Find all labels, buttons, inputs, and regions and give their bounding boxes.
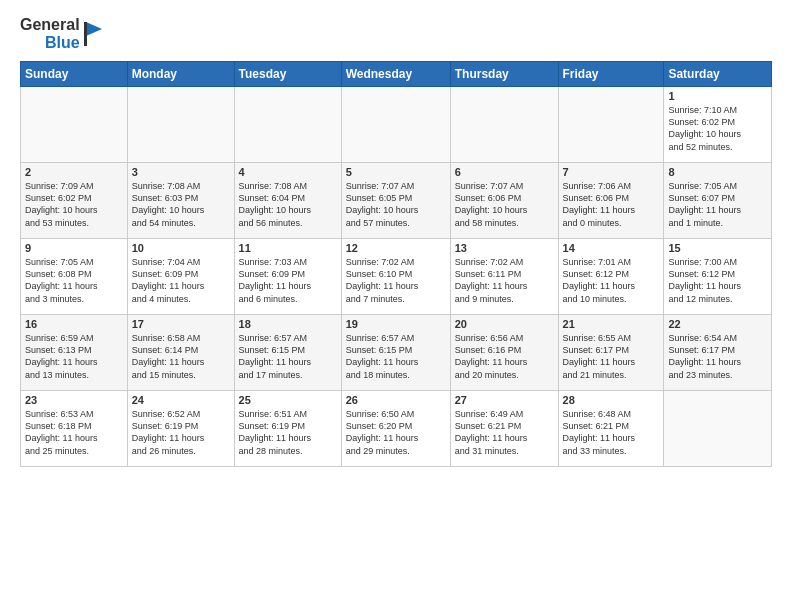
day-info: Sunrise: 7:09 AMSunset: 6:02 PMDaylight:… [25,180,123,229]
day-number: 12 [346,242,446,254]
weekday-header-row: SundayMondayTuesdayWednesdayThursdayFrid… [21,62,772,87]
day-info: Sunrise: 6:48 AMSunset: 6:21 PMDaylight:… [563,408,660,457]
day-info: Sunrise: 6:57 AMSunset: 6:15 PMDaylight:… [239,332,337,381]
day-info: Sunrise: 6:59 AMSunset: 6:13 PMDaylight:… [25,332,123,381]
day-cell: 20Sunrise: 6:56 AMSunset: 6:16 PMDayligh… [450,315,558,391]
day-info: Sunrise: 7:02 AMSunset: 6:11 PMDaylight:… [455,256,554,305]
day-cell [234,87,341,163]
day-number: 16 [25,318,123,330]
day-cell: 25Sunrise: 6:51 AMSunset: 6:19 PMDayligh… [234,391,341,467]
logo-blue-text: Blue [45,34,80,52]
week-row-3: 9Sunrise: 7:05 AMSunset: 6:08 PMDaylight… [21,239,772,315]
day-cell [664,391,772,467]
weekday-friday: Friday [558,62,664,87]
weekday-thursday: Thursday [450,62,558,87]
day-cell: 7Sunrise: 7:06 AMSunset: 6:06 PMDaylight… [558,163,664,239]
day-number: 22 [668,318,767,330]
svg-marker-0 [86,22,102,36]
logo-container: General Blue [20,16,104,51]
logo-flag-icon [82,20,104,48]
day-cell: 3Sunrise: 7:08 AMSunset: 6:03 PMDaylight… [127,163,234,239]
day-cell: 13Sunrise: 7:02 AMSunset: 6:11 PMDayligh… [450,239,558,315]
day-cell [450,87,558,163]
day-number: 15 [668,242,767,254]
day-info: Sunrise: 6:54 AMSunset: 6:17 PMDaylight:… [668,332,767,381]
day-info: Sunrise: 7:00 AMSunset: 6:12 PMDaylight:… [668,256,767,305]
day-cell: 22Sunrise: 6:54 AMSunset: 6:17 PMDayligh… [664,315,772,391]
day-cell: 10Sunrise: 7:04 AMSunset: 6:09 PMDayligh… [127,239,234,315]
weekday-saturday: Saturday [664,62,772,87]
day-cell: 6Sunrise: 7:07 AMSunset: 6:06 PMDaylight… [450,163,558,239]
logo-general-text: General [20,16,80,34]
day-number: 9 [25,242,123,254]
day-info: Sunrise: 7:02 AMSunset: 6:10 PMDaylight:… [346,256,446,305]
day-number: 10 [132,242,230,254]
day-cell [341,87,450,163]
day-info: Sunrise: 6:57 AMSunset: 6:15 PMDaylight:… [346,332,446,381]
day-info: Sunrise: 7:05 AMSunset: 6:08 PMDaylight:… [25,256,123,305]
day-number: 13 [455,242,554,254]
day-cell: 9Sunrise: 7:05 AMSunset: 6:08 PMDaylight… [21,239,128,315]
day-cell: 26Sunrise: 6:50 AMSunset: 6:20 PMDayligh… [341,391,450,467]
day-info: Sunrise: 6:52 AMSunset: 6:19 PMDaylight:… [132,408,230,457]
day-info: Sunrise: 6:55 AMSunset: 6:17 PMDaylight:… [563,332,660,381]
day-number: 23 [25,394,123,406]
day-number: 17 [132,318,230,330]
day-number: 1 [668,90,767,102]
day-info: Sunrise: 6:49 AMSunset: 6:21 PMDaylight:… [455,408,554,457]
day-number: 27 [455,394,554,406]
logo: General Blue [20,16,104,51]
day-number: 24 [132,394,230,406]
day-number: 2 [25,166,123,178]
weekday-tuesday: Tuesday [234,62,341,87]
day-info: Sunrise: 7:06 AMSunset: 6:06 PMDaylight:… [563,180,660,229]
week-row-2: 2Sunrise: 7:09 AMSunset: 6:02 PMDaylight… [21,163,772,239]
day-number: 3 [132,166,230,178]
day-info: Sunrise: 7:07 AMSunset: 6:06 PMDaylight:… [455,180,554,229]
day-cell: 21Sunrise: 6:55 AMSunset: 6:17 PMDayligh… [558,315,664,391]
day-cell: 23Sunrise: 6:53 AMSunset: 6:18 PMDayligh… [21,391,128,467]
day-info: Sunrise: 6:51 AMSunset: 6:19 PMDaylight:… [239,408,337,457]
day-cell: 12Sunrise: 7:02 AMSunset: 6:10 PMDayligh… [341,239,450,315]
weekday-wednesday: Wednesday [341,62,450,87]
day-number: 21 [563,318,660,330]
day-number: 4 [239,166,337,178]
day-number: 18 [239,318,337,330]
day-cell: 8Sunrise: 7:05 AMSunset: 6:07 PMDaylight… [664,163,772,239]
calendar: SundayMondayTuesdayWednesdayThursdayFrid… [20,61,772,467]
page: General Blue SundayMondayTuesdayWednesda… [0,0,792,612]
day-cell: 5Sunrise: 7:07 AMSunset: 6:05 PMDaylight… [341,163,450,239]
day-number: 26 [346,394,446,406]
day-info: Sunrise: 7:04 AMSunset: 6:09 PMDaylight:… [132,256,230,305]
day-info: Sunrise: 7:08 AMSunset: 6:03 PMDaylight:… [132,180,230,229]
day-number: 11 [239,242,337,254]
day-info: Sunrise: 6:53 AMSunset: 6:18 PMDaylight:… [25,408,123,457]
day-number: 8 [668,166,767,178]
weekday-monday: Monday [127,62,234,87]
day-cell: 24Sunrise: 6:52 AMSunset: 6:19 PMDayligh… [127,391,234,467]
day-info: Sunrise: 7:03 AMSunset: 6:09 PMDaylight:… [239,256,337,305]
day-number: 6 [455,166,554,178]
day-number: 25 [239,394,337,406]
day-cell [127,87,234,163]
day-cell: 18Sunrise: 6:57 AMSunset: 6:15 PMDayligh… [234,315,341,391]
day-number: 14 [563,242,660,254]
day-info: Sunrise: 7:08 AMSunset: 6:04 PMDaylight:… [239,180,337,229]
day-info: Sunrise: 7:07 AMSunset: 6:05 PMDaylight:… [346,180,446,229]
day-cell: 2Sunrise: 7:09 AMSunset: 6:02 PMDaylight… [21,163,128,239]
day-cell: 28Sunrise: 6:48 AMSunset: 6:21 PMDayligh… [558,391,664,467]
header: General Blue [20,16,772,51]
day-cell: 14Sunrise: 7:01 AMSunset: 6:12 PMDayligh… [558,239,664,315]
day-number: 20 [455,318,554,330]
day-info: Sunrise: 7:01 AMSunset: 6:12 PMDaylight:… [563,256,660,305]
day-cell: 16Sunrise: 6:59 AMSunset: 6:13 PMDayligh… [21,315,128,391]
day-cell: 27Sunrise: 6:49 AMSunset: 6:21 PMDayligh… [450,391,558,467]
day-info: Sunrise: 6:58 AMSunset: 6:14 PMDaylight:… [132,332,230,381]
day-cell [558,87,664,163]
svg-rect-1 [84,22,87,46]
day-number: 19 [346,318,446,330]
weekday-sunday: Sunday [21,62,128,87]
day-info: Sunrise: 7:05 AMSunset: 6:07 PMDaylight:… [668,180,767,229]
day-cell: 11Sunrise: 7:03 AMSunset: 6:09 PMDayligh… [234,239,341,315]
day-number: 5 [346,166,446,178]
